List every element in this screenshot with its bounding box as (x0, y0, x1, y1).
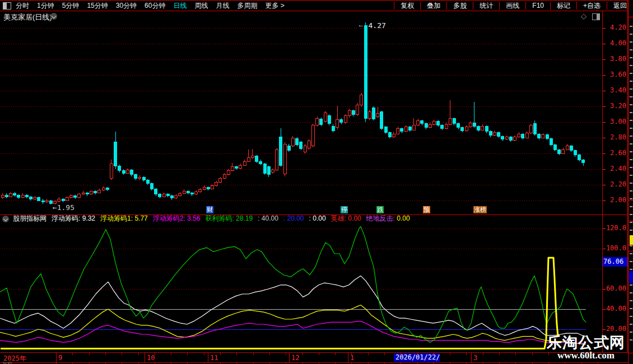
strip-fragment (630, 34, 632, 35)
axis-tick (603, 185, 606, 185)
axis-tick (603, 289, 606, 290)
button-add-watchlist[interactable]: +自选 (576, 2, 607, 10)
indicator-value: : 20.00 (283, 214, 304, 222)
watermark-url: www.60lt.com (547, 351, 625, 361)
button-draw-line[interactable]: 画线 (499, 2, 525, 10)
price-axis-label: 3.00 (603, 118, 626, 125)
indicator-axis-label: 120.0 (603, 224, 626, 232)
toolbar: 分时1分钟5分钟15分钟30分钟60分钟日线周线月线多周期更多 > 复权叠加多股… (0, 0, 633, 11)
minor-tick (72, 353, 73, 355)
strip-fragment (630, 284, 632, 286)
minor-tick (466, 353, 467, 355)
price-axis-label: 2.60 (603, 149, 626, 157)
minor-tick (417, 353, 418, 355)
strip-fragment (630, 222, 632, 223)
period-tabs: 分时1分钟5分钟15分钟30分钟60分钟日线周线月线多周期更多 > (16, 1, 292, 11)
indicator-axis-label: 60.00 (603, 284, 626, 292)
tab-30min[interactable]: 30分钟 (116, 2, 137, 10)
strip-fragment (630, 316, 632, 317)
minor-tick (434, 353, 434, 355)
button-mark[interactable]: 标记 (550, 2, 576, 10)
strip-fragment (630, 167, 632, 168)
strip-fragment (630, 183, 632, 184)
tab-more[interactable]: 更多 > (265, 2, 284, 10)
diamond-icon[interactable]: ◇ (581, 12, 587, 20)
strip-fragment (630, 245, 632, 246)
minor-tick (138, 353, 139, 355)
strip-fragment (630, 214, 632, 215)
event-badge-停[interactable]: 停 (341, 206, 348, 213)
time-axis[interactable]: 2025年 2026/01/22/四 910111213 (0, 352, 628, 363)
indicator-chart[interactable] (0, 222, 602, 353)
button-overlay[interactable]: 叠加 (420, 2, 446, 10)
tab-monthly[interactable]: 月线 (216, 2, 229, 10)
minor-tick (89, 353, 90, 355)
tab-weekly[interactable]: 周线 (194, 2, 208, 10)
event-badge-跌[interactable]: 跌 (376, 206, 384, 213)
tab-daily[interactable]: 日线 (173, 2, 187, 10)
axis-tick (603, 169, 606, 170)
strip-fragment (630, 300, 632, 301)
price-axis-label: 3.80 (603, 55, 626, 63)
strip-fragment (630, 159, 632, 160)
month-separator (471, 353, 472, 362)
button-multi-stock[interactable]: 多股 (446, 2, 473, 10)
x-axis-label: 3 (473, 354, 477, 362)
tab-time[interactable]: 分时 (16, 2, 29, 10)
strip-fragment (630, 151, 632, 152)
axis-tick (603, 59, 606, 60)
tab-1min[interactable]: 1分钟 (37, 2, 54, 10)
axis-tick (603, 138, 606, 138)
price-axis-label: 2.40 (603, 165, 626, 172)
button-f10[interactable]: F10 (525, 2, 550, 10)
strip-fragment (630, 175, 632, 176)
watermark: 乐淘公式网 www.60lt.com (547, 335, 625, 361)
strip-fragment (630, 73, 632, 74)
tab-multi-period[interactable]: 多周期 (237, 2, 257, 10)
indicator-value: : 0.00 (309, 214, 326, 222)
strip-fragment (630, 88, 632, 90)
strip-fragment (630, 261, 632, 262)
axis-tick (603, 153, 606, 154)
tab-5min[interactable]: 5分钟 (62, 2, 80, 10)
svg-text:4.27: 4.27 (369, 21, 386, 30)
strip-fragment (630, 269, 632, 270)
chevron-down-icon[interactable] (50, 13, 57, 20)
minor-tick (302, 353, 303, 355)
axis-tick (603, 75, 606, 76)
strip-fragment (630, 206, 632, 207)
strip-fragment (630, 230, 632, 231)
strip-separator (629, 17, 633, 17)
button-fuquan[interactable]: 复权 (394, 2, 420, 10)
strip-fragment (630, 332, 632, 333)
price-axis-label: 4.00 (603, 39, 626, 47)
split-view-icon[interactable] (592, 13, 600, 20)
main-candlestick-chart[interactable]: ←4.27←1.95 (0, 21, 602, 214)
event-badge-涨榜[interactable]: 涨榜 (473, 206, 487, 213)
minor-tick (155, 353, 155, 355)
watermark-title: 乐淘公式网 (547, 335, 625, 351)
strip-fragment (630, 324, 632, 325)
minor-tick (335, 353, 336, 355)
title-row: 美克家居(日线) ◇ (0, 12, 627, 21)
strip-separator (629, 221, 633, 221)
panel-toggle-icon[interactable] (3, 2, 11, 10)
tab-60min[interactable]: 60分钟 (145, 2, 165, 10)
strip-fragment (630, 104, 632, 105)
indicator-axis-label: 100.0 (603, 244, 626, 252)
tab-15min[interactable]: 15分钟 (87, 2, 108, 10)
button-statistics[interactable]: 统计 (473, 2, 499, 10)
strip-fragment (630, 198, 632, 199)
minor-tick (384, 353, 385, 355)
event-badge-预[interactable]: 预 (423, 206, 430, 213)
svg-text:←: ← (358, 21, 365, 29)
minor-tick (122, 353, 122, 355)
minor-tick (204, 353, 204, 355)
month-separator (348, 353, 348, 362)
collapse-chevron-icon[interactable] (2, 216, 9, 222)
strip-fragment (630, 339, 632, 340)
right-edge-strip (628, 0, 633, 364)
price-axis-label: 2.80 (603, 133, 626, 141)
event-badge-财[interactable]: 财 (206, 206, 213, 213)
price-axis-label: 3.60 (603, 71, 626, 78)
